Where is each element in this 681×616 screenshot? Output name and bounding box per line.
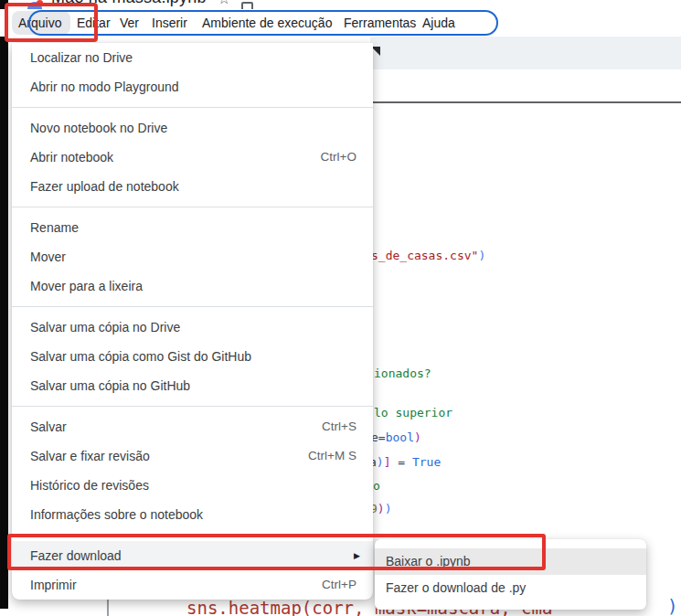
menu-item-label: Abrir no modo Playground xyxy=(30,80,179,94)
menu-ajuda[interactable]: Ajuda xyxy=(422,12,455,34)
menu-item-label: Salvar uma cópia como Gist do GitHub xyxy=(30,349,251,364)
submenu-item-baixar-ipynb[interactable]: Baixar o .ipynb xyxy=(375,548,646,575)
submenu-item-label: Fazer o download de .py xyxy=(386,580,526,595)
code-keyword: bool xyxy=(386,430,414,444)
menu-item-label: Salvar e fixar revisão xyxy=(30,449,150,463)
code-fragment-comment3: o xyxy=(373,479,380,493)
code-paren-tail: ) xyxy=(667,596,677,616)
cell-left-border xyxy=(107,599,109,616)
menu-item-label: Mover para a lixeira xyxy=(30,279,143,293)
menu-divider xyxy=(12,207,373,207)
menu-item-upload-notebook[interactable]: Fazer upload de notebook xyxy=(12,172,373,201)
menu-item-abrir-notebook[interactable]: Abrir notebookCtrl+O xyxy=(12,143,373,172)
menu-divider xyxy=(12,406,373,407)
menu-item-salvar-copia-drive[interactable]: Salvar uma cópia no Drive xyxy=(12,313,373,342)
menu-item-abrir-playground[interactable]: Abrir no modo Playground xyxy=(12,72,373,101)
menu-item-imprimir[interactable]: ImprimirCtrl+P xyxy=(12,570,373,600)
notebook-title[interactable]: Mão na massa.ipynb xyxy=(51,0,207,7)
menu-item-label: Rename xyxy=(30,220,79,235)
menu-item-mover-lixeira[interactable]: Mover para a lixeira xyxy=(12,271,373,301)
menu-item-label: Salvar xyxy=(30,420,67,434)
cell-top-border xyxy=(370,101,681,103)
submenu-item-download-py[interactable]: Fazer o download de .py xyxy=(375,575,646,601)
menu-item-label: Abrir notebook xyxy=(30,150,113,165)
menu-item-shortcut: Ctrl+O xyxy=(321,143,356,172)
menu-item-shortcut: Ctrl+P xyxy=(322,570,356,600)
notebook-title-bar: Mão na massa.ipynb ☆ xyxy=(0,0,681,9)
download-submenu: Baixar o .ipynb Fazer o download de .py xyxy=(375,539,646,610)
code-paren: ) xyxy=(414,430,421,444)
menu-bar: Arquivo Editar Ver Inserir Ambiente de e… xyxy=(0,9,681,37)
menu-item-label: Informações sobre o notebook xyxy=(30,507,203,522)
menu-item-novo-notebook[interactable]: Novo notebook no Drive xyxy=(12,113,373,143)
code-fragment-comment2: lo superior xyxy=(374,406,452,420)
window-edge-strip xyxy=(0,0,8,609)
submenu-item-label: Baixar o .ipynb xyxy=(386,554,471,568)
code-fragment-comment1: ionados? xyxy=(374,366,431,380)
code-paren: ) xyxy=(378,502,385,515)
star-icon[interactable]: ☆ xyxy=(218,0,230,7)
menu-divider xyxy=(12,535,373,536)
colab-file-icon-dot xyxy=(37,0,43,5)
menu-item-label: Mover xyxy=(30,250,66,264)
file-menu-dropdown: Localizar no Drive Abrir no modo Playgro… xyxy=(12,43,373,600)
code-string: s_de_casas.csv" xyxy=(371,249,478,262)
menu-arquivo[interactable]: Arquivo xyxy=(18,12,61,34)
code-paren: ) xyxy=(478,249,485,262)
menu-item-label: Salvar uma cópia no Drive xyxy=(30,320,180,335)
menu-item-rename[interactable]: Rename xyxy=(12,213,373,242)
menu-item-label: Imprimir xyxy=(30,578,77,592)
move-to-drive-icon[interactable] xyxy=(241,2,253,9)
code-paren: ) xyxy=(385,502,392,515)
code-fragment-csv: s_de_casas.csv") xyxy=(371,249,485,262)
menu-item-shortcut: Ctrl+M S xyxy=(308,441,356,471)
code-fragment-bool: e=bool) xyxy=(371,430,421,444)
code-text: e= xyxy=(371,430,386,444)
menu-item-informacoes-notebook[interactable]: Informações sobre o notebook xyxy=(12,500,373,529)
menu-ver[interactable]: Ver xyxy=(120,12,139,34)
notebook-toolbar-band xyxy=(370,37,681,69)
menu-editar[interactable]: Editar xyxy=(77,12,111,34)
menu-item-label: Histórico de revisões xyxy=(30,478,149,493)
code-fragment-figsize: 9)) xyxy=(370,502,391,515)
menu-item-shortcut: Ctrl+S xyxy=(322,412,356,441)
menu-ambiente[interactable]: Ambiente de execução xyxy=(202,12,332,34)
menu-divider xyxy=(12,107,373,108)
menu-inserir[interactable]: Inserir xyxy=(152,12,187,34)
menu-item-fazer-download[interactable]: Fazer download▶ xyxy=(12,541,373,570)
menu-item-label: Salvar uma cópia no GitHub xyxy=(30,378,190,393)
menu-item-label: Fazer download xyxy=(30,548,122,563)
menu-item-label: Fazer upload de notebook xyxy=(30,179,179,194)
menu-item-label: Localizar no Drive xyxy=(30,50,133,65)
menu-item-salvar-fixar-revisao[interactable]: Salvar e fixar revisãoCtrl+M S xyxy=(12,441,373,471)
menu-item-salvar-copia-gist[interactable]: Salvar uma cópia como Gist do GitHub xyxy=(12,342,373,371)
code-text: = xyxy=(390,455,411,469)
menu-item-localizar-no-drive[interactable]: Localizar no Drive xyxy=(12,43,373,72)
menu-item-label: Novo notebook no Drive xyxy=(30,121,167,135)
code-paren: ) xyxy=(377,455,384,469)
menu-item-historico-revisoes[interactable]: Histórico de revisões xyxy=(12,471,373,500)
code-keyword: True xyxy=(412,455,441,469)
menu-item-mover[interactable]: Mover xyxy=(12,242,373,271)
menu-item-salvar-copia-github[interactable]: Salvar uma cópia no GitHub xyxy=(12,371,373,400)
menu-divider xyxy=(12,306,373,307)
menu-ferramentas[interactable]: Ferramentas xyxy=(344,12,416,34)
menu-item-salvar[interactable]: SalvarCtrl+S xyxy=(12,412,373,441)
code-fragment-true: a)] = True xyxy=(369,455,441,469)
submenu-arrow-icon: ▶ xyxy=(354,541,360,570)
